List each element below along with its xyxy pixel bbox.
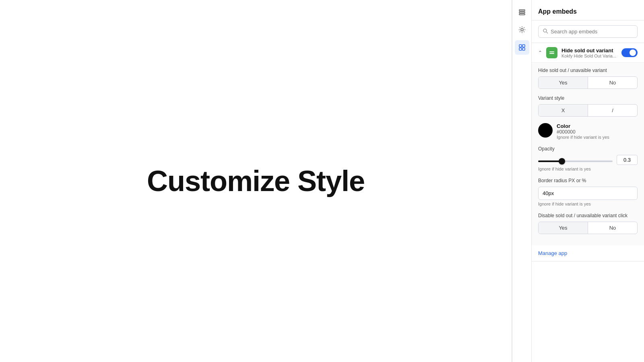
disable-yes-btn[interactable]: Yes: [539, 222, 588, 234]
search-icon: [543, 28, 548, 35]
variant-style-slash-btn[interactable]: /: [588, 105, 637, 116]
disable-group: Disable sold out / unavailable variant c…: [538, 213, 638, 234]
color-name: Color: [557, 123, 609, 129]
variant-style-btn-group: X /: [538, 104, 638, 117]
embed-app-subtitle: Kokfy Hide Sold Out Varia...: [561, 53, 617, 58]
opacity-value-input[interactable]: 0.3: [617, 155, 638, 165]
color-info: Color #000000 Ignore if hide variant is …: [557, 123, 609, 140]
canvas-title: Customize Style: [147, 165, 365, 197]
panel-header: App embeds: [532, 0, 644, 21]
variant-style-label: Variant style: [538, 95, 638, 101]
svg-rect-2: [519, 14, 525, 15]
color-group: Color #000000 Ignore if hide variant is …: [538, 123, 638, 140]
chevron-up-icon[interactable]: ⌃: [538, 50, 542, 56]
svg-point-3: [521, 29, 523, 31]
variant-style-x-btn[interactable]: X: [539, 105, 588, 116]
svg-line-9: [547, 32, 548, 34]
svg-rect-6: [519, 48, 522, 50]
search-input[interactable]: [551, 29, 633, 35]
border-radius-label: Border radius PX or %: [538, 178, 638, 183]
border-radius-group: Border radius PX or % 40px Ignore if hid…: [538, 178, 638, 206]
icon-toolbar: [512, 0, 531, 362]
variant-style-group: Variant style X /: [538, 95, 638, 117]
disable-no-btn[interactable]: No: [588, 222, 637, 234]
opacity-note: Ignore if hide variant is yes: [538, 167, 638, 171]
opacity-label: Opacity: [538, 146, 638, 152]
svg-rect-7: [522, 48, 525, 50]
color-note: Ignore if hide variant is yes: [557, 135, 609, 140]
embeds-panel: App embeds ⌃: [531, 0, 644, 362]
border-radius-note: Ignore if hide variant is yes: [538, 202, 638, 206]
panel-title: App embeds: [538, 8, 577, 15]
opacity-slider[interactable]: [538, 160, 613, 162]
hide-sold-out-label: Hide sold out / unavaible variant: [538, 68, 638, 73]
svg-rect-11: [549, 53, 554, 54]
main-canvas: Customize Style: [0, 0, 512, 362]
settings-icon[interactable]: [515, 23, 529, 37]
color-row: Color #000000 Ignore if hide variant is …: [538, 123, 638, 140]
apps-icon[interactable]: [515, 40, 529, 55]
manage-app-link[interactable]: Manage app: [532, 245, 644, 261]
toggle-slider: [621, 48, 638, 57]
disable-label: Disable sold out / unavailable variant c…: [538, 213, 638, 218]
embed-app-name: Hide sold out variant: [561, 47, 617, 53]
disable-btn-group: Yes No: [538, 222, 638, 234]
opacity-group: Opacity 0.3 Ignore if hide variant is ye…: [538, 146, 638, 171]
sidebar-wrapper: App embeds ⌃: [512, 0, 644, 362]
embed-settings: Hide sold out / unavaible variant Yes No…: [532, 62, 644, 245]
embed-item: ⌃ Hide sold out variant Kokfy Hide Sold …: [532, 43, 644, 261]
border-radius-input[interactable]: 40px: [538, 187, 638, 200]
hide-sold-out-yes-btn[interactable]: Yes: [539, 77, 588, 88]
embed-app-info: Hide sold out variant Kokfy Hide Sold Ou…: [561, 47, 617, 58]
app-icon: [546, 47, 557, 58]
hide-sold-out-btn-group: Yes No: [538, 76, 638, 89]
hide-sold-out-group: Hide sold out / unavaible variant Yes No: [538, 68, 638, 89]
embed-item-header: ⌃ Hide sold out variant Kokfy Hide Sold …: [532, 43, 644, 62]
svg-rect-0: [519, 10, 525, 11]
search-container: [538, 25, 638, 38]
svg-point-8: [543, 29, 547, 32]
opacity-row: 0.3: [538, 155, 638, 165]
svg-rect-5: [522, 45, 525, 47]
svg-rect-10: [549, 51, 554, 52]
hide-sold-out-no-btn[interactable]: No: [588, 77, 637, 88]
opacity-slider-container: [538, 156, 613, 164]
svg-rect-4: [519, 45, 522, 47]
color-hex: #000000: [557, 129, 609, 135]
color-swatch[interactable]: [538, 123, 553, 138]
layers-icon[interactable]: [515, 5, 529, 19]
search-wrapper: [532, 21, 644, 43]
svg-rect-1: [519, 12, 525, 13]
embed-toggle[interactable]: [621, 48, 638, 57]
